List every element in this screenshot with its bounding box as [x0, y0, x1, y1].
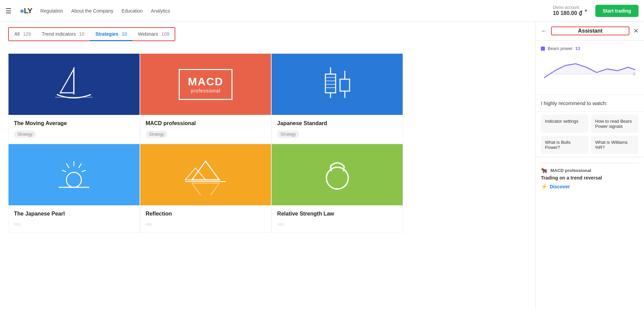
hamburger-icon[interactable]: ☰ — [5, 7, 12, 15]
account-amount: 10 180.00 ₫ — [553, 10, 582, 16]
card-image-relative-strength — [272, 144, 403, 205]
card-badge-japanese-pearl — [14, 223, 21, 226]
start-trading-button[interactable]: Start trading — [595, 5, 639, 17]
candles-icon — [317, 64, 358, 105]
chart-area: Bears power 13 0 — [535, 40, 644, 95]
legend-dot — [541, 47, 545, 51]
card-badge-japanese-standard: Strategy — [277, 131, 299, 138]
mountains-icon — [182, 154, 229, 195]
card-macd[interactable]: MACD professional MACD professional Stra… — [140, 53, 272, 144]
nav-regulation[interactable]: Regulation — [40, 8, 63, 14]
card-title-japanese-pearl: The Japanese Pearl — [14, 211, 134, 217]
account-chevron-icon[interactable]: ▾ — [585, 8, 587, 13]
sailboat-icon — [53, 64, 94, 105]
svg-marker-21 — [185, 168, 206, 180]
svg-line-15 — [79, 164, 81, 168]
tab-trend[interactable]: Trend indicators 10 — [36, 28, 90, 41]
suggestion-williams[interactable]: What is Williams %R? — [591, 136, 639, 154]
recommendation-section: I highly recommend to watch: — [535, 95, 644, 112]
nav-about[interactable]: About the Company — [71, 8, 113, 14]
macd-card-subtitle: Trading on a trend reversal — [541, 175, 639, 181]
content-area: All 129 Trend indicators 10 Strategies 1… — [0, 22, 535, 309]
account-section: Demo account 10 180.00 ₫ ▾ — [553, 5, 587, 16]
legend-label: Bears power — [548, 46, 573, 51]
tab-strategies[interactable]: Strategies 10 — [90, 28, 132, 41]
sidebar-title: Assistant — [551, 27, 629, 35]
sidebar-close-button[interactable]: ✕ — [633, 27, 639, 35]
svg-line-18 — [62, 170, 66, 172]
card-badge-relative-strength — [277, 223, 284, 226]
card-image-japanese-pearl — [9, 144, 140, 205]
card-badge-macd: Strategy — [146, 131, 168, 138]
card-image-reflection — [140, 144, 271, 205]
tab-webinars[interactable]: Webinars 109 — [132, 28, 175, 41]
svg-line-17 — [66, 164, 69, 168]
sidebar-header: ← Assistant ✕ — [535, 22, 644, 40]
suggestion-how-to-read[interactable]: How to read Bears Power signals — [591, 115, 639, 133]
cards-grid: The Moving Average Strategy MACD profess… — [8, 53, 403, 233]
chart-legend: Bears power 13 — [541, 46, 639, 51]
suggestions-grid: Indicator settings How to read Bears Pow… — [535, 112, 644, 157]
card-japanese-standard[interactable]: Japanese Standard Strategy — [271, 53, 403, 144]
card-moving-average[interactable]: The Moving Average Strategy — [8, 53, 140, 144]
discover-button[interactable]: ⚡ Discover — [541, 181, 570, 192]
card-image-moving-average — [9, 54, 140, 115]
card-title-japanese-standard: Japanese Standard — [277, 120, 397, 126]
nav-education[interactable]: Education — [122, 8, 143, 14]
discover-label: Discover — [550, 184, 570, 189]
suggestion-bulls-power[interactable]: What is Bulls Power? — [541, 136, 589, 154]
svg-point-13 — [66, 172, 81, 187]
lightning-icon: ⚡ — [541, 183, 548, 190]
svg-marker-20 — [192, 161, 219, 180]
card-title-reflection: Reflection — [146, 211, 266, 217]
svg-line-25 — [331, 166, 331, 171]
legend-value: 13 — [575, 46, 580, 51]
logo: ●LY — [20, 6, 32, 15]
svg-point-24 — [326, 167, 348, 189]
card-badge-moving-average: Strategy — [14, 131, 36, 138]
svg-rect-10 — [340, 79, 350, 91]
macd-bull-icon: 🐂 — [541, 167, 548, 174]
tab-group: All 129 Trend indicators 10 Strategies 1… — [8, 27, 175, 41]
card-image-macd: MACD professional — [140, 54, 271, 115]
card-image-japanese — [272, 54, 403, 115]
sun-icon — [53, 154, 94, 195]
card-title-macd: MACD professional — [146, 120, 266, 126]
svg-rect-3 — [325, 74, 336, 93]
sidebar: ← Assistant ✕ Bears power 13 0 — [535, 22, 644, 309]
macd-card-title: MACD professional — [550, 168, 591, 173]
macd-section: 🐂 MACD professional Trading on a trend r… — [535, 157, 644, 198]
card-title-moving-average: The Moving Average — [14, 120, 134, 126]
svg-marker-23 — [192, 183, 219, 195]
macd-logo: MACD professional — [179, 69, 232, 100]
card-relative-strength[interactable]: Relative Strength Law — [271, 144, 403, 233]
main-header: ☰ ●LY Regulation About the Company Educa… — [0, 0, 644, 22]
kettlebell-icon — [317, 154, 358, 195]
main-layout: All 129 Trend indicators 10 Strategies 1… — [0, 22, 644, 309]
bears-power-chart: 0 — [541, 54, 639, 88]
card-title-relative-strength: Relative Strength Law — [277, 211, 397, 217]
card-badge-reflection — [146, 223, 152, 226]
recommendation-text: I highly recommend to watch: — [541, 100, 639, 106]
sidebar-back-button[interactable]: ← — [541, 28, 547, 35]
nav-analytics[interactable]: Analytics — [151, 8, 170, 14]
card-japanese-pearl[interactable]: The Japanese Pearl — [8, 144, 140, 233]
macd-header: 🐂 MACD professional — [541, 167, 639, 174]
suggestion-indicator-settings[interactable]: Indicator settings — [541, 115, 589, 133]
svg-marker-0 — [60, 69, 74, 93]
svg-line-26 — [343, 166, 344, 171]
card-reflection[interactable]: Reflection — [140, 144, 272, 233]
svg-line-16 — [82, 170, 86, 172]
tab-all[interactable]: All 129 — [9, 28, 36, 41]
account-label: Demo account — [553, 5, 582, 10]
